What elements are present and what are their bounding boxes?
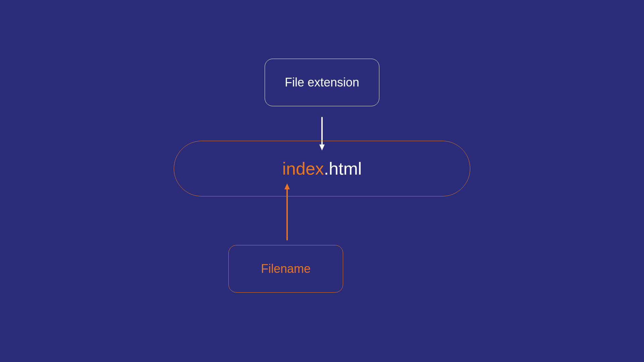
svg-marker-3 — [284, 183, 290, 189]
file-extension-box: File extension — [265, 59, 379, 106]
filename-pill: index.html — [174, 141, 470, 196]
extension-text: .html — [324, 159, 362, 179]
filename-text: index — [282, 159, 324, 179]
arrow-up-icon — [284, 183, 290, 242]
filename-diagram: File extension index.html Filename — [0, 0, 644, 362]
filename-box: Filename — [228, 245, 343, 293]
file-extension-label: File extension — [285, 75, 359, 89]
filename-label: Filename — [261, 262, 311, 276]
